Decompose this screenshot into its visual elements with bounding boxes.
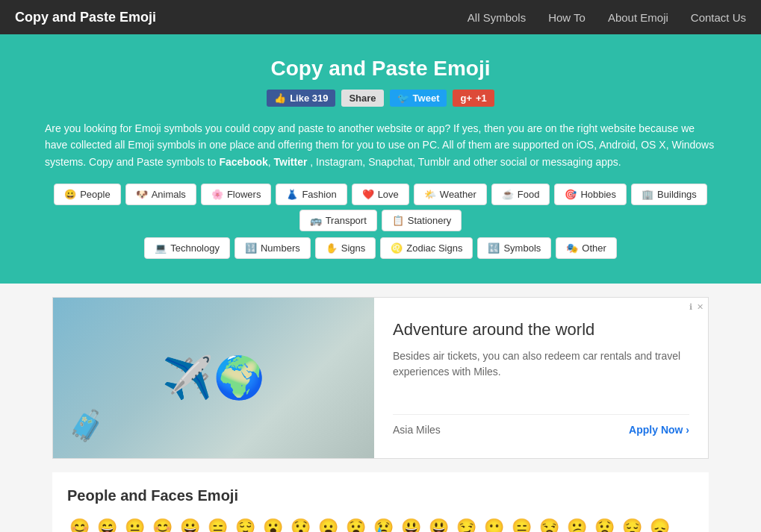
- emoji-item[interactable]: 😃: [426, 516, 451, 532]
- cat-icon: 🚌: [310, 215, 322, 226]
- emoji-item[interactable]: 😶: [482, 516, 506, 532]
- cat-label: Weather: [440, 189, 476, 200]
- social-buttons: 👍 Like 319 Share 🐦 Tweet g+ +1: [45, 90, 716, 107]
- cat-icon: 😀: [64, 189, 76, 200]
- nav-about-emoji[interactable]: About Emoji: [608, 11, 668, 24]
- category-flowers[interactable]: 🌸Flowers: [201, 184, 272, 205]
- emoji-item[interactable]: 😔: [620, 516, 644, 532]
- ad-luggage-icon: 🧳: [68, 408, 105, 443]
- fb-icon: 👍: [274, 93, 286, 104]
- facebook-link[interactable]: Facebook: [219, 156, 267, 168]
- emoji-item[interactable]: 😃: [399, 516, 423, 532]
- ad-info: ℹ ✕: [689, 302, 703, 312]
- category-people[interactable]: 😀People: [54, 184, 120, 205]
- ad-footer: Asia Miles Apply Now ›: [393, 414, 689, 436]
- emoji-item[interactable]: 😏: [454, 516, 479, 532]
- twitter-link[interactable]: Twitter: [274, 156, 308, 168]
- cat-label: Numbers: [261, 242, 300, 254]
- hero-desc-part2: , Instagram, Snapchat, Tumblr and other …: [310, 156, 621, 168]
- cat-icon: 💻: [155, 242, 167, 254]
- emoji-grid: 😊😄😐😊😀😑😌😮😯😦😧😢😃😃😏😶😑😒😕😟😔😞😠😡😊😃😑😒😣😖😫😩😤😠😡😈👿💀☠️…: [67, 516, 694, 532]
- emoji-item[interactable]: 😊: [67, 516, 92, 532]
- category-animals[interactable]: 🐶Animals: [125, 184, 196, 205]
- emoji-item[interactable]: 😢: [371, 516, 396, 532]
- cat-icon: 🐶: [136, 189, 148, 200]
- category-other[interactable]: 🎭Other: [556, 237, 617, 259]
- cat-icon: ❤️: [362, 189, 374, 200]
- ad-title: Adventure around the world: [393, 320, 689, 339]
- nav-how-to[interactable]: How To: [548, 11, 585, 24]
- cat-label: Flowers: [227, 189, 261, 200]
- cat-label: Technology: [170, 242, 220, 254]
- emoji-item[interactable]: 😒: [537, 516, 562, 532]
- category-love[interactable]: ❤️Love: [352, 184, 409, 205]
- emoji-item[interactable]: 😕: [565, 516, 589, 532]
- ad-content: ℹ ✕ Adventure around the world Besides a…: [374, 298, 708, 458]
- emoji-item[interactable]: 😞: [647, 516, 672, 532]
- category-stationery[interactable]: 📋Stationery: [382, 210, 462, 231]
- cat-icon: 🔢: [245, 242, 257, 254]
- emoji-item[interactable]: 😯: [288, 516, 313, 532]
- cat-icon: 🌸: [211, 189, 223, 200]
- category-numbers[interactable]: 🔢Numbers: [234, 237, 311, 259]
- emoji-item[interactable]: 😟: [592, 516, 617, 532]
- emoji-item[interactable]: 😐: [122, 516, 147, 532]
- hero-description: Are you looking for Emoji symbols you co…: [45, 120, 716, 170]
- cat-label: People: [80, 189, 110, 200]
- ad-cta-button[interactable]: Apply Now ›: [629, 424, 689, 436]
- twitter-icon: 🐦: [397, 93, 409, 104]
- emoji-section: People and Faces Emoji 😊😄😐😊😀😑😌😮😯😦😧😢😃😃😏😶😑…: [52, 472, 709, 532]
- navbar: Copy and Paste Emoji All Symbols How To …: [0, 0, 761, 34]
- category-food[interactable]: ☕Food: [491, 184, 550, 205]
- cat-label: Other: [582, 242, 606, 254]
- ad-container: ✈️🌍 🧳 ℹ ✕ Adventure around the world Bes…: [52, 297, 709, 459]
- nav-contact-us[interactable]: Contact Us: [691, 11, 746, 24]
- emoji-item[interactable]: 😑: [509, 516, 534, 532]
- category-weather[interactable]: 🌤️Weather: [414, 184, 487, 205]
- nav-all-symbols[interactable]: All Symbols: [468, 11, 526, 24]
- cat-icon: 🎭: [566, 242, 578, 254]
- cat-icon: ♌: [391, 242, 403, 254]
- ad-close-icon[interactable]: ✕: [697, 302, 703, 312]
- hero-title: Copy and Paste Emoji: [45, 57, 716, 81]
- category-symbols[interactable]: 🔣Symbols: [477, 237, 551, 259]
- brand-logo[interactable]: Copy and Paste Emoji: [15, 10, 156, 25]
- cat-icon: 🔣: [488, 242, 500, 254]
- cat-label: Buildings: [657, 189, 697, 200]
- category-zodiac-signs[interactable]: ♌Zodiac Signs: [380, 237, 473, 259]
- emoji-item[interactable]: 😊: [150, 516, 175, 532]
- share-label: Share: [349, 93, 376, 104]
- ad-image-icon: ✈️🌍: [162, 354, 265, 402]
- emoji-item[interactable]: 😧: [344, 516, 368, 532]
- gplus-label: g+: [460, 93, 472, 104]
- category-transport[interactable]: 🚌Transport: [299, 210, 377, 231]
- cat-icon: 📋: [392, 215, 404, 226]
- emoji-item[interactable]: 😄: [95, 516, 119, 532]
- tweet-label: Tweet: [413, 93, 440, 104]
- category-signs[interactable]: ✋Signs: [315, 237, 376, 259]
- category-buildings[interactable]: 🏢Buildings: [631, 184, 707, 205]
- emoji-item[interactable]: 😑: [205, 516, 230, 532]
- share-button[interactable]: Share: [341, 90, 383, 107]
- category-technology[interactable]: 💻Technology: [144, 237, 230, 259]
- emoji-item[interactable]: 😮: [261, 516, 285, 532]
- cat-icon: 👗: [286, 189, 298, 200]
- cat-label: Zodiac Signs: [406, 242, 462, 254]
- cat-label: Symbols: [503, 242, 541, 254]
- tweet-button[interactable]: 🐦 Tweet: [390, 90, 447, 107]
- facebook-like-button[interactable]: 👍 Like 319: [267, 90, 335, 107]
- cat-label: Food: [518, 189, 540, 200]
- ad-description: Besides air tickets, you can also redeem…: [393, 348, 689, 380]
- cat-icon: ☕: [502, 189, 514, 200]
- category-fashion[interactable]: 👗Fashion: [276, 184, 347, 205]
- cat-label: Signs: [341, 242, 366, 254]
- ad-source: Asia Miles: [393, 424, 441, 436]
- emoji-item[interactable]: 😦: [316, 516, 341, 532]
- category-hobbies[interactable]: 🎯Hobbies: [554, 184, 627, 205]
- fb-label: Like 319: [290, 93, 328, 104]
- cat-icon: 🏢: [642, 189, 653, 200]
- emoji-item[interactable]: 😀: [178, 516, 202, 532]
- ad-info-icon[interactable]: ℹ: [689, 302, 692, 312]
- emoji-item[interactable]: 😌: [233, 516, 258, 532]
- gplus-button[interactable]: g+ +1: [453, 90, 494, 107]
